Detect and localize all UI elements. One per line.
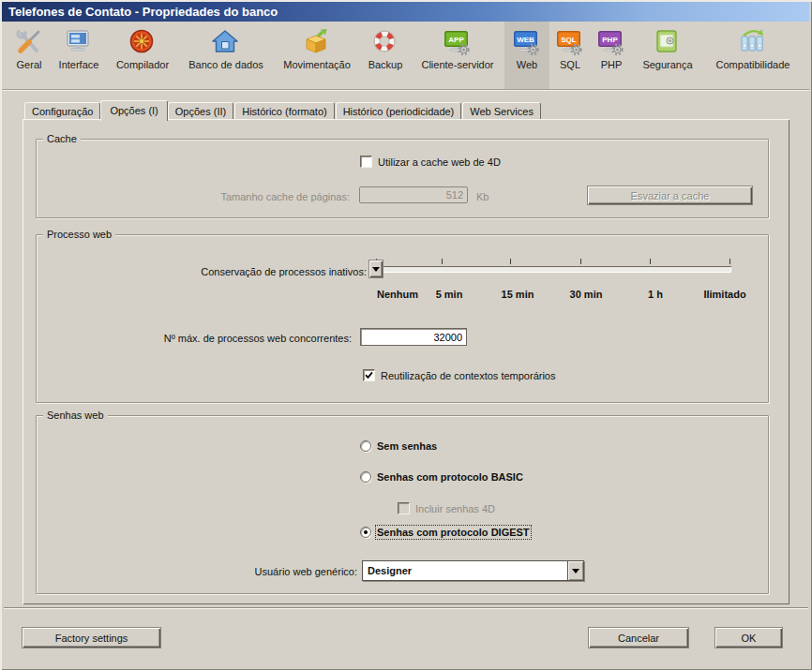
tab-opcoes-1-selected[interactable]: Opções (I)	[100, 100, 167, 121]
toolbar-item-interface[interactable]: Interface	[51, 22, 107, 89]
sql-badge-icon: SQL	[554, 26, 586, 56]
slider-tick	[650, 259, 651, 264]
no-passwords-row: Sem senhas	[360, 440, 437, 452]
slider-tick	[510, 259, 511, 264]
generic-web-user-combobox[interactable]: Designer	[362, 560, 584, 581]
inactive-process-label: Conservação de processos inativos:	[37, 266, 367, 277]
toolbar-label: Movimentação	[283, 59, 351, 70]
titlebar[interactable]: Telefones de Contato - Propriedades do b…	[2, 2, 809, 22]
php-badge-icon: PHP	[595, 26, 627, 56]
inactive-process-slider-thumb[interactable]	[368, 260, 383, 278]
slider-tick	[442, 259, 443, 264]
toolbar-label: Geral	[17, 59, 42, 70]
toolbar-label: SQL	[560, 59, 580, 70]
home-icon	[210, 26, 242, 56]
app-badge-icon: APP	[442, 26, 474, 56]
include-4d-passwords-checkbox	[398, 502, 410, 514]
web-process-group-legend: Processo web	[43, 228, 115, 241]
toolbar-label: Segurança	[642, 59, 692, 70]
slider-label-1h: 1 h	[648, 289, 663, 300]
cancel-button[interactable]: Cancelar	[588, 627, 689, 648]
slider-ticks	[372, 259, 731, 265]
toolbar-item-compilador[interactable]: Compilador	[107, 22, 178, 89]
toolbar-item-banco-de-dados[interactable]: Banco de dados	[178, 22, 274, 89]
footer-divider	[4, 607, 808, 609]
tab-web-services[interactable]: Web Services	[462, 102, 541, 119]
use-web-cache-label: Utilizar a cache web de 4D	[378, 156, 501, 168]
toolbar-item-sql[interactable]: SQL SQL	[549, 22, 591, 89]
tab-historico-formato[interactable]: Histórico (formato)	[234, 102, 334, 119]
use-web-cache-row: Utilizar a cache web de 4D	[360, 156, 501, 168]
basic-passwords-row: Senhas com protocolo BASIC	[360, 471, 523, 483]
factory-settings-button[interactable]: Factory settings	[22, 627, 161, 648]
toolbar-item-geral[interactable]: Geral	[8, 22, 51, 89]
toolbar-label: Cliente-servidor	[421, 59, 493, 70]
cache-group-legend: Cache	[43, 132, 81, 145]
max-web-processes-input[interactable]	[360, 328, 467, 346]
basic-passwords-label: Senhas com protocolo BASIC	[377, 471, 523, 483]
tab-historico-periodicidade[interactable]: Histórico (periodicidade)	[336, 102, 462, 119]
monitor-icon	[63, 26, 95, 56]
toolbar-label: Backup	[368, 59, 403, 70]
cache-size-label: Tamanho cache de páginas:	[37, 191, 350, 202]
window-title: Telefones de Contato - Propriedades do b…	[8, 5, 278, 19]
slider-tick	[729, 259, 730, 264]
toolbar-label: Interface	[59, 59, 99, 70]
reuse-contexts-label: Reutilização de contextos temporários	[381, 370, 555, 381]
no-passwords-radio[interactable]	[360, 440, 371, 452]
binders-arrow-icon	[737, 26, 769, 56]
tools-icon	[13, 26, 45, 56]
toolbar-item-backup[interactable]: Backup	[360, 22, 411, 89]
sql-badge-text: SQL	[561, 36, 577, 44]
clear-cache-button: Esvaziar a cache	[587, 186, 753, 205]
slider-scale-labels: Nenhum 5 min 15 min 30 min 1 h Ilimitado	[372, 289, 731, 302]
tab-configuracao[interactable]: Configuração	[24, 102, 100, 119]
generic-web-user-label: Usuário web genérico:	[37, 566, 357, 577]
toolbar-item-cliente-servidor[interactable]: APP Cliente-servidor	[411, 22, 504, 89]
toolbar-label: PHP	[601, 59, 623, 70]
digest-passwords-radio[interactable]	[360, 527, 371, 538]
web-passwords-group-legend: Senhas web	[43, 409, 108, 422]
digest-passwords-row: Senhas com protocolo DIGEST	[360, 527, 530, 538]
safe-icon	[652, 26, 684, 56]
generic-web-user-value: Designer	[363, 561, 567, 580]
slider-label-ilimitado: Ilimitado	[703, 289, 745, 300]
toolbar: Geral Interface	[2, 22, 809, 89]
app-badge-text: APP	[448, 36, 464, 44]
toolbar-item-seguranca[interactable]: Segurança	[632, 22, 703, 89]
ok-button[interactable]: OK	[714, 627, 783, 648]
basic-passwords-radio[interactable]	[360, 471, 371, 483]
toolbar-item-php[interactable]: PHP PHP	[591, 22, 632, 89]
dialog-window: Telefones de Contato - Propriedades do b…	[0, 0, 812, 670]
toolbar-label: Compatibilidade	[716, 59, 790, 70]
tab-panel: Cache Utilizar a cache web de 4D Tamanho…	[23, 119, 789, 604]
cache-size-unit: Kb	[476, 191, 489, 202]
check-icon	[365, 371, 373, 380]
include-4d-passwords-row: Incluir senhas 4D	[398, 502, 495, 514]
slider-label-15min: 15 min	[502, 289, 534, 300]
tab-opcoes-2[interactable]: Opções (II)	[168, 102, 233, 119]
web-process-group: Processo web Conservação de processos in…	[36, 234, 769, 403]
slider-label-nenhum: Nenhum	[377, 289, 418, 300]
toolbar-label: Web	[517, 59, 537, 70]
combobox-dropdown-button[interactable]	[567, 561, 583, 580]
web-badge-icon: WEB	[511, 26, 543, 56]
slider-label-5min: 5 min	[436, 289, 463, 300]
cache-size-input	[359, 186, 468, 203]
use-web-cache-checkbox[interactable]	[360, 156, 372, 168]
max-web-processes-label: Nº máx. de processos web concorrentes:	[37, 333, 352, 344]
php-badge-text: PHP	[602, 36, 618, 44]
compiler-wheel-icon	[127, 26, 158, 56]
toolbar-item-compatibilidade[interactable]: Compatibilidade	[703, 22, 803, 89]
tab-bar: Configuração Opções (I) Opções (II) Hist…	[24, 100, 542, 121]
digest-passwords-label: Senhas com protocolo DIGEST	[377, 527, 530, 538]
toolbar-item-movimentacao[interactable]: Movimentação	[274, 22, 360, 89]
lifebuoy-icon	[369, 26, 401, 56]
inactive-process-slider-track[interactable]	[372, 266, 731, 273]
toolbar-label: Compilador	[116, 59, 169, 70]
toolbar-item-web-selected[interactable]: WEB Web	[504, 22, 549, 89]
reuse-contexts-checkbox[interactable]	[363, 369, 375, 381]
chevron-down-icon	[572, 569, 579, 573]
reuse-contexts-row: Reutilização de contextos temporários	[363, 369, 555, 381]
toolbar-label: Banco de dados	[188, 59, 263, 70]
